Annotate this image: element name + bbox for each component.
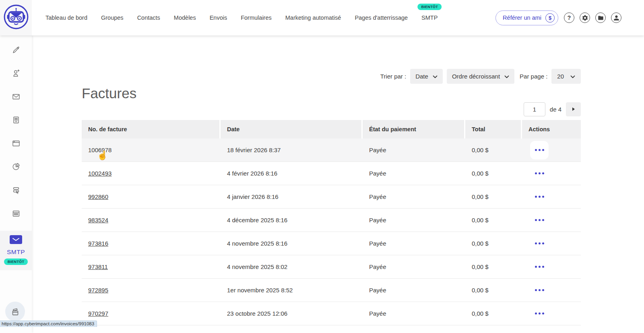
invoice-link[interactable]: 972895 [88, 287, 108, 294]
actions-cell [522, 302, 581, 325]
status-cell: Payée [363, 232, 465, 255]
table-row: 970297 23 octobre 2025 12:06 Payée 0,00 … [82, 302, 581, 325]
person-add-icon[interactable] [0, 62, 32, 85]
nav-item[interactable]: Envois [210, 14, 227, 21]
envelope-icon[interactable] [0, 85, 32, 108]
nav-item[interactable]: Groupes [101, 14, 124, 21]
column-header: Actions [522, 120, 581, 139]
row-actions-button[interactable] [530, 304, 549, 323]
sidebar-icons [0, 35, 32, 225]
nav-item[interactable]: Formulaires [241, 14, 272, 21]
per-page-dropdown[interactable]: 20 [551, 69, 581, 84]
browser-window-icon[interactable] [0, 132, 32, 155]
actions-cell [522, 162, 581, 185]
row-actions-button[interactable] [530, 188, 549, 206]
ellipsis-dot [535, 266, 537, 268]
date-cell: 4 janvier 2026 8:16 [221, 185, 363, 208]
invoices-table: No. de factureDateÉtat du paiementTotalA… [82, 120, 581, 325]
button-cursor-icon[interactable] [0, 178, 32, 202]
brush-icon[interactable] [0, 38, 32, 62]
ellipsis-dot [542, 312, 544, 314]
table-row: 992860 4 janvier 2026 8:16 Payée 0,00 $ [82, 185, 581, 209]
invoice-link[interactable]: 992860 [88, 193, 108, 200]
date-cell: 18 février 2026 8:37 [221, 139, 363, 161]
total-cell: 0,00 $ [465, 232, 522, 255]
invoice-link[interactable]: 973811 [88, 263, 108, 270]
total-cell: 0,00 $ [465, 139, 522, 161]
nav-item[interactable]: Contacts [137, 14, 160, 21]
ellipsis-dot [539, 196, 541, 198]
table-row: 972895 1er novembre 2025 8:52 Payée 0,00… [82, 279, 581, 302]
settings-gear-icon[interactable] [580, 12, 590, 23]
app-logo[interactable] [0, 0, 32, 35]
ellipsis-dot [539, 219, 541, 221]
actions-cell [522, 232, 581, 255]
column-header: État du paiement [363, 120, 465, 139]
sort-by-dropdown[interactable]: Date [410, 69, 443, 84]
ellipsis-dot [535, 312, 537, 314]
account-icon[interactable] [611, 12, 621, 23]
invoice-link[interactable]: 970297 [88, 310, 108, 317]
total-cell: 0,00 $ [465, 255, 522, 278]
pie-chart-icon[interactable] [0, 155, 32, 178]
ellipsis-dot [542, 219, 544, 221]
page-number-input[interactable] [524, 102, 545, 116]
per-page-label: Par page : [520, 73, 547, 80]
status-cell: Payée [363, 279, 465, 302]
folder-icon[interactable] [595, 12, 606, 23]
ellipsis-dot [539, 242, 541, 244]
top-header: Tableau de bord Groupes Contacts Modèles… [0, 0, 644, 35]
ellipsis-dot [535, 242, 537, 244]
nav-item[interactable]: Modèles [174, 14, 196, 21]
header-actions: Référer un ami $ ? [495, 0, 621, 35]
table-header-row: No. de factureDateÉtat du paiementTotalA… [82, 120, 581, 139]
chevron-down-icon [504, 73, 509, 80]
invoice-cell: 973816 [82, 232, 221, 255]
invoice-cell: 973811 [82, 255, 221, 278]
next-page-button[interactable] [566, 102, 581, 116]
column-header: Total [465, 120, 522, 139]
invoice-link[interactable]: 983524 [88, 217, 108, 223]
invoice-cell: 992860 [82, 185, 221, 208]
invoice-cell: 983524 [82, 209, 221, 232]
ellipsis-dot [542, 196, 544, 198]
table-row: 983524 4 décembre 2025 8:16 Payée 0,00 $ [82, 209, 581, 232]
row-actions-button[interactable] [530, 281, 549, 300]
date-cell: 4 février 2026 8:16 [221, 162, 363, 185]
row-actions-button[interactable] [530, 141, 549, 159]
document-icon[interactable] [0, 108, 32, 132]
ellipsis-dot [535, 289, 537, 291]
left-sidebar: SMTP BIENTÔT [0, 35, 32, 333]
help-icon[interactable]: ? [564, 12, 574, 23]
shopping-bag-icon[interactable] [5, 302, 25, 321]
main-content: Factures Trier par : Date Ordre décroiss… [32, 35, 644, 333]
row-actions-button[interactable] [530, 211, 549, 230]
ellipsis-dot [542, 172, 544, 174]
row-actions-button[interactable] [530, 258, 549, 276]
chevron-down-icon [570, 73, 575, 80]
nav-item[interactable]: BIENTÔT SMTP [421, 14, 438, 21]
sort-order-dropdown[interactable]: Ordre décroissant [447, 69, 514, 84]
invoice-link[interactable]: 1002493 [88, 170, 111, 177]
actions-cell [522, 255, 581, 278]
actions-cell [522, 209, 581, 232]
row-actions-button[interactable] [530, 164, 549, 183]
ellipsis-dot [539, 289, 541, 291]
table-row: 1002493 4 février 2026 8:16 Payée 0,00 $ [82, 162, 581, 185]
main-nav: Tableau de bord Groupes Contacts Modèles… [45, 14, 438, 21]
date-cell: 4 novembre 2025 8:16 [221, 232, 363, 255]
actions-cell [522, 185, 581, 208]
row-actions-button[interactable] [530, 234, 549, 253]
nav-item[interactable]: Pages d'atterrissage [355, 14, 408, 21]
nav-item[interactable]: Marketing automatisé [285, 14, 341, 21]
refer-friend-button[interactable]: Référer un ami $ [495, 10, 558, 25]
total-cell: 0,00 $ [465, 279, 522, 302]
page-count-label: de 4 [550, 106, 561, 113]
status-cell: Payée [363, 185, 465, 208]
invoice-link[interactable]: 973816 [88, 240, 108, 247]
sidebar-item-smtp[interactable]: SMTP BIENTÔT [0, 231, 32, 270]
smtp-label: SMTP [7, 248, 25, 256]
nav-item[interactable]: Tableau de bord [45, 14, 87, 21]
total-cell: 0,00 $ [465, 185, 522, 208]
calendar-icon[interactable] [0, 202, 32, 225]
